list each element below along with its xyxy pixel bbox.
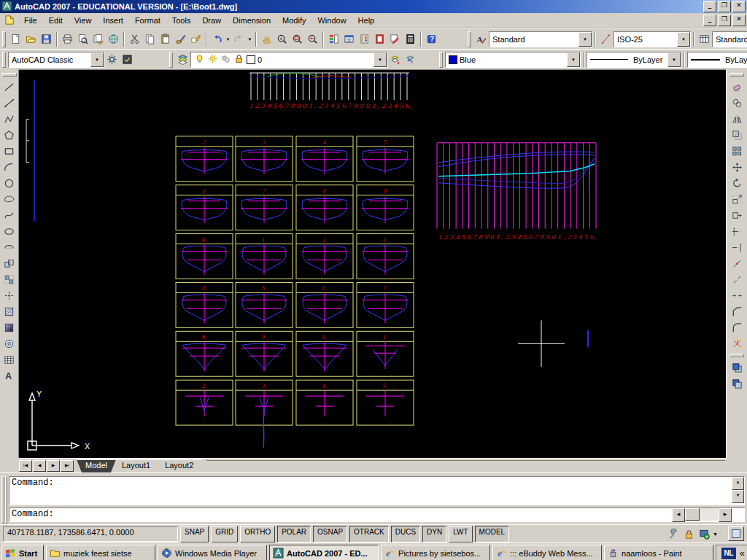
coordinate-display[interactable]: 407178.1187, 173586.6471, 0.0000 [3,526,178,542]
mirror-button[interactable] [729,111,745,127]
child-close-button[interactable]: ✕ [732,15,746,26]
erase-button[interactable] [729,79,745,95]
toggle-snap[interactable]: SNAP [180,526,209,542]
language-indicator[interactable]: NL [721,548,736,559]
bring-to-front-button[interactable] [729,359,745,376]
menu-edit[interactable]: Edit [43,14,69,27]
workspace-settings-icon[interactable] [104,52,120,67]
toolbar-lock-icon[interactable] [682,527,695,540]
markup-button[interactable] [387,31,403,47]
my-workspace-icon[interactable] [120,52,135,67]
make-object-layer-current-icon[interactable] [387,52,403,67]
region-button[interactable] [1,335,17,351]
child-restore-button[interactable]: ❐ [718,15,731,26]
tab-prev-button[interactable]: ◀ [33,460,46,472]
menu-modify[interactable]: Modify [276,14,311,27]
clean-screen-button[interactable] [728,526,744,541]
chevron-down-icon[interactable]: ▼ [667,52,681,67]
minimize-button[interactable]: _ [703,1,716,12]
toggle-ducs[interactable]: DUCS [391,526,420,542]
ellipse-arc-button[interactable] [1,239,17,255]
task-button[interactable]: e::: eBuddy Web Mess... [492,545,602,560]
dim-style-combo[interactable]: ISO-25 ▼ [614,31,691,47]
rectangle-button[interactable] [1,143,17,159]
point-button[interactable] [1,287,17,303]
lineweight-combo[interactable]: ByLayer ▼ [687,52,747,68]
polygon-button[interactable] [1,127,17,143]
task-button[interactable]: AutoCAD 2007 - ED... [269,545,379,560]
open-button[interactable] [23,31,39,47]
tab-first-button[interactable]: |◀ [19,460,32,472]
menu-help[interactable]: Help [352,14,381,27]
spline-button[interactable] [1,207,17,223]
plot-preview-button[interactable] [75,31,90,47]
stretch-button[interactable] [729,207,745,223]
hatch-button[interactable] [1,303,17,319]
copy-button[interactable] [142,31,158,47]
table-style-icon[interactable] [697,31,712,47]
chevron-down-icon[interactable]: ▼ [578,32,592,47]
toggle-ortho[interactable]: ORTHO [240,526,275,542]
wrench-icon[interactable] [667,527,680,540]
layer-previous-icon[interactable] [403,52,418,67]
layer-freeze-sun-icon[interactable] [207,53,218,66]
polyline-button[interactable] [1,111,17,127]
status-menu-arrow[interactable]: ▼ [713,532,718,537]
toggle-grid[interactable]: GRID [211,526,238,542]
make-block-button[interactable] [1,271,17,287]
close-button[interactable]: ✕ [732,1,746,12]
paste-button[interactable] [158,31,173,47]
fillet-button[interactable] [729,319,745,335]
toggle-polar[interactable]: POLAR [277,526,311,542]
3d-dwf-button[interactable] [106,31,121,47]
task-button[interactable]: muziek feest sietse [46,545,155,560]
task-button[interactable]: Windows Media Player [158,545,267,560]
child-minimize-button[interactable]: _ [703,15,716,26]
scroll-left-icon[interactable]: ◀ [672,508,685,522]
command-input[interactable]: Command: [9,508,745,522]
toolbar-grip[interactable] [729,354,744,357]
restore-button[interactable]: ❐ [718,1,731,12]
rotate-button[interactable] [729,175,745,191]
table-button[interactable] [1,351,17,368]
task-button[interactable]: ePictures by sietsebos... [381,545,490,560]
trim-button[interactable] [729,223,745,239]
tab-next-button[interactable]: ▶ [47,460,60,472]
menu-insert[interactable]: Insert [97,14,129,27]
extend-button[interactable] [729,239,745,255]
scroll-right-icon[interactable]: ▶ [719,508,732,522]
menu-view[interactable]: View [69,14,98,27]
color-combo[interactable]: Blue ▼ [445,52,581,68]
redo-button[interactable] [231,31,247,47]
toolbar-grip[interactable] [439,52,443,68]
chamfer-button[interactable] [729,303,745,319]
command-history-scrollbar[interactable]: ▲ ▼ [732,477,744,505]
arc-button[interactable] [1,159,17,175]
linetype-combo[interactable]: ByLayer ▼ [587,52,681,68]
menu-file[interactable]: File [18,14,43,27]
send-to-back-button[interactable] [729,376,745,392]
text-style-icon[interactable]: A [473,31,489,47]
scrollbar-thumb[interactable] [685,508,700,521]
gradient-button[interactable] [1,319,17,335]
line-button[interactable] [1,79,17,95]
construction-line-button[interactable] [1,95,17,111]
tab-last-button[interactable]: ▶| [61,460,74,472]
circle-button[interactable] [1,175,17,191]
toolbar-grip[interactable] [729,73,744,77]
cut-button[interactable] [127,31,142,47]
join-button[interactable] [729,287,745,303]
command-input-scrollbar[interactable]: ◀ ▶ [672,508,732,521]
pan-button[interactable] [259,31,274,47]
command-history[interactable]: Command: ▲ ▼ [9,476,745,505]
designcenter-button[interactable] [341,31,357,47]
menu-window[interactable]: Window [311,14,352,27]
layer-on-bulb-icon[interactable] [194,53,205,66]
layer-vp-freeze-icon[interactable] [220,53,231,66]
tab-layout1[interactable]: Layout1 [113,459,159,472]
scale-button[interactable] [729,191,745,207]
start-button[interactable]: Start [1,545,44,560]
chevron-down-icon[interactable]: ▼ [567,52,580,67]
undo-dropdown-icon[interactable]: ▼ [225,31,231,47]
redo-dropdown-icon[interactable]: ▼ [247,31,253,47]
